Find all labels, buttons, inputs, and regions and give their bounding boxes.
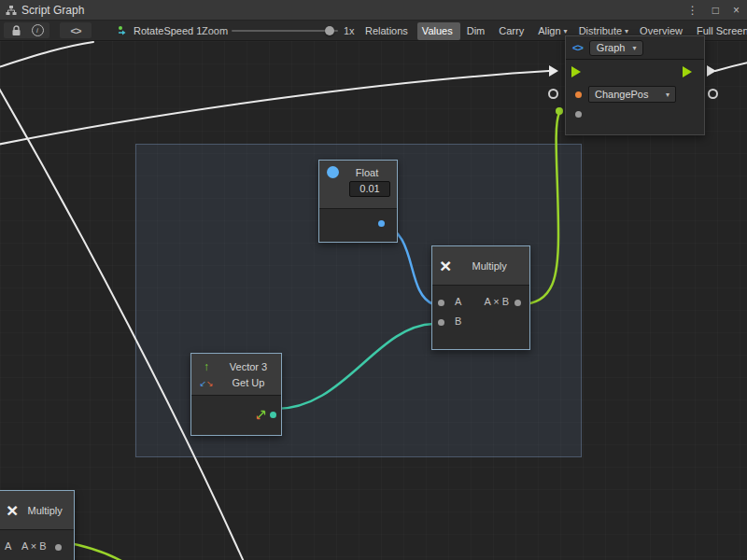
window-controls: ⋮ □ × (687, 0, 740, 21)
port-label-out: A × B (484, 296, 509, 307)
info-button[interactable]: i (25, 22, 49, 38)
transform-icon: ↙↘ (197, 377, 216, 388)
button-label: Align (538, 24, 560, 38)
info-icon: i (32, 24, 44, 36)
button-label: Dim (467, 24, 486, 38)
event-input-port[interactable] (575, 91, 582, 98)
graph-dropdown-label: Graph (597, 42, 626, 53)
float-node-header: Float 0.01 (319, 161, 397, 209)
zoom-slider-track (232, 30, 338, 32)
getup-node-ports (191, 396, 281, 434)
changepos-dropdown-value: ChangePos (595, 89, 649, 100)
node-title: Multiply (23, 505, 66, 516)
event-secondary-port[interactable] (575, 111, 582, 118)
float-output-port[interactable] (378, 220, 385, 227)
script-graph-icon (6, 5, 17, 16)
float-value-field[interactable]: 0.01 (349, 181, 390, 197)
close-icon[interactable]: × (733, 0, 740, 21)
zoom-slider[interactable] (232, 21, 338, 41)
code-view-button[interactable]: <> (60, 22, 92, 38)
node-multiply[interactable]: × Multiply A A × B B (431, 245, 530, 350)
port-label-b: B (455, 315, 461, 327)
zoom-slider-thumb[interactable] (325, 26, 334, 35)
graph-dropdown-button[interactable]: Graph ▾ (589, 40, 644, 56)
unconnected-port-right[interactable] (708, 89, 718, 99)
node-title: Multiply (457, 260, 522, 272)
multiply-input-b-port[interactable] (438, 319, 444, 326)
button-label: Values (422, 24, 453, 38)
float-node-ports (319, 209, 397, 242)
vector3-value-icon (256, 410, 266, 420)
multiply-input-a-port[interactable] (438, 300, 444, 306)
multiply-icon: × (7, 500, 18, 520)
graph-reference-label: RotateSpeed 1 (134, 25, 202, 36)
title-bar: Script Graph ⋮ □ × (0, 0, 747, 21)
multiply-node-ports: A A × B B (432, 286, 529, 332)
in-arrow-icon: ↙ (199, 379, 206, 388)
zoom-value: 1x (344, 21, 355, 41)
button-label: Relations (365, 24, 408, 38)
flow-input-port[interactable] (571, 66, 581, 77)
tab-script-graph[interactable]: Script Graph (0, 0, 93, 20)
toolbar-button-values[interactable]: Values (417, 22, 460, 40)
port-label-out: A × B (21, 540, 47, 552)
maximize-icon[interactable]: □ (712, 0, 719, 21)
node-title: Float (345, 167, 389, 178)
chevron-down-icon: ▾ (632, 44, 636, 52)
node-multiply-2[interactable]: × Multiply A A × B (0, 490, 75, 560)
toolbar-button-dim[interactable]: Dim (462, 22, 493, 40)
node-subtitle: Get Up (221, 377, 275, 388)
port-label-a: A (455, 296, 461, 307)
port-row-b: B (432, 313, 529, 332)
multiply-node-header: × Multiply (432, 246, 529, 286)
graph-reference[interactable]: RotateSpeed 1 (118, 21, 202, 41)
flow-arrowhead-right-icon (707, 65, 716, 77)
changepos-dropdown[interactable]: ChangePos ▾ (588, 86, 676, 103)
port-row-a: A A × B (432, 293, 529, 313)
node-float[interactable]: Float 0.01 (318, 160, 398, 243)
float-type-icon (327, 166, 339, 178)
multiply2-output-port[interactable] (55, 544, 62, 551)
port-row-a: A A × B (0, 538, 74, 557)
lock-icon (11, 25, 21, 36)
event-node-header: <> Graph ▾ (566, 36, 704, 60)
out-arrow-icon: ↘ (206, 379, 214, 388)
flow-arrowhead-left-icon (549, 65, 558, 77)
button-label: Carry (499, 24, 524, 38)
toolbar-button-carry[interactable]: Carry (494, 22, 531, 40)
getup-output-port[interactable] (270, 412, 276, 418)
toolbar-button-relations[interactable]: Relations (360, 22, 416, 40)
up-arrow-icon: ↑ (197, 360, 216, 373)
multiply-icon: × (440, 256, 451, 275)
multiply-output-port[interactable] (514, 300, 521, 306)
port-label-a: A (5, 540, 11, 552)
flow-output-port[interactable] (683, 66, 692, 77)
node-vector3-get-up[interactable]: ↑ Vector 3 ↙↘ Get Up (190, 353, 282, 436)
node-changepos-event[interactable]: <> Graph ▾ ChangePos ▾ (565, 35, 705, 135)
zoom-label: Zoom (202, 21, 228, 41)
kebab-menu-icon[interactable]: ⋮ (687, 0, 698, 21)
window-title: Script Graph (21, 4, 84, 17)
multiply2-node-header: × Multiply (0, 491, 74, 530)
getup-node-header: ↑ Vector 3 ↙↘ Get Up (191, 354, 281, 396)
chevron-down-icon: ▾ (666, 91, 669, 99)
unconnected-port-left[interactable] (548, 89, 558, 99)
script-machine-icon (118, 25, 129, 36)
event-value-row: ChangePos ▾ (566, 85, 704, 104)
code-icon: <> (572, 42, 583, 53)
unity-script-graph-window: { "window": { "title": "Script Graph", "… (0, 0, 747, 560)
multiply2-node-ports: A A × B (0, 530, 74, 557)
node-title: Vector 3 (221, 361, 275, 372)
